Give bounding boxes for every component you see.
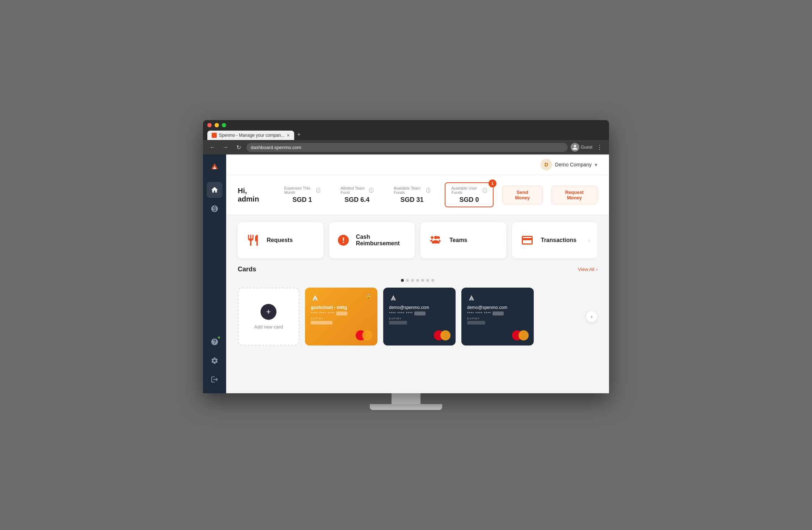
expenses-label: Expenses This Month i [284, 186, 321, 195]
browser-window: Spenmo - Manage your compan... × + ← → ↻… [203, 120, 609, 393]
carousel-dot-7[interactable] [431, 279, 434, 282]
sidebar-item-home[interactable] [207, 182, 223, 198]
quick-action-transactions[interactable]: Transactions › [512, 222, 598, 258]
view-all-link[interactable]: View All › [578, 267, 597, 272]
available-user-stat: 1 Available User Funds i SGD 0 [445, 182, 494, 207]
active-tab[interactable]: Spenmo - Manage your compan... × [207, 131, 294, 140]
cards-title: Cards [238, 266, 256, 273]
request-money-button[interactable]: Request Money [551, 186, 597, 204]
guest-avatar [571, 143, 579, 152]
card-mastercard-logo-1 [434, 330, 451, 340]
carousel-dot-1[interactable] [401, 279, 404, 282]
reimbursement-icon [337, 232, 350, 248]
card-expiry-label-1: EXPIRY [389, 317, 450, 320]
tab-favicon [212, 133, 217, 138]
tabs-bar: Spenmo - Manage your compan... × + [207, 130, 605, 140]
expenses-value: SGD 1 [292, 196, 312, 204]
available-team-info-icon[interactable]: i [426, 188, 431, 193]
card-name: gushcloud - mktg [311, 305, 372, 310]
add-card-label: Add new card [254, 324, 283, 330]
carousel-dot-2[interactable] [406, 279, 409, 282]
new-tab-btn[interactable]: + [294, 130, 304, 140]
sidebar-item-logout[interactable] [207, 372, 223, 387]
window-close-btn[interactable] [207, 123, 212, 127]
guest-profile-btn[interactable]: Guest [571, 143, 592, 152]
add-card-tile[interactable]: + Add new card [238, 288, 299, 345]
reimbursement-label: Cash Reimbursement [356, 234, 407, 247]
mc-orange-circle-1 [440, 330, 451, 340]
help-notification-dot [217, 336, 220, 339]
carousel-dot-6[interactable] [426, 279, 429, 282]
greeting-text: Hi, admin [238, 187, 264, 203]
app-header: D Demo Company ▾ [226, 154, 609, 175]
carousel-dot-3[interactable] [411, 279, 414, 282]
stats-section: Hi, admin Expenses This Month i SGD 1 Al… [226, 175, 609, 215]
credit-card-orange[interactable]: 🔒 gushcloud - mktg **** **** **** EXPIRY [305, 288, 377, 345]
qa-arrow-icon: › [588, 237, 590, 244]
sidebar-item-payments[interactable] [207, 201, 223, 217]
credit-card-dark-2[interactable]: demo@spenmo.com **** **** **** EXPIRY [461, 288, 534, 345]
card-expiry-label-2: EXPIRY [467, 317, 528, 320]
back-btn[interactable]: ← [207, 142, 217, 152]
chevron-down-icon: ▾ [595, 161, 597, 168]
browser-more-btn[interactable]: ⋮ [595, 142, 605, 152]
available-team-value: SGD 31 [401, 196, 424, 204]
send-money-button[interactable]: Send Money [502, 186, 543, 204]
carousel-dot-5[interactable] [421, 279, 424, 282]
requests-icon [245, 232, 261, 248]
card-lock-icon: 🔒 [365, 293, 372, 299]
card-expiry-value [311, 321, 333, 325]
quick-action-requests[interactable]: Requests [238, 222, 323, 258]
window-minimize-btn[interactable] [215, 123, 219, 127]
card-number-2: **** **** **** [467, 311, 528, 315]
add-card-plus-icon: + [261, 304, 276, 320]
monitor-stand [203, 393, 609, 410]
cards-next-button[interactable]: › [586, 311, 597, 322]
sidebar [203, 154, 226, 393]
user-stat-badge: 1 [489, 179, 496, 187]
carousel-dot-4[interactable] [416, 279, 419, 282]
stand-base [370, 404, 442, 410]
card-mastercard-logo-2 [512, 330, 529, 340]
card-spenmo-logo [311, 293, 372, 304]
carousel-dots [238, 279, 597, 282]
cards-header: Cards View All › [238, 266, 597, 273]
quick-action-teams[interactable]: Teams [420, 222, 506, 258]
card-email-2: demo@spenmo.com [467, 305, 528, 310]
forward-btn[interactable]: → [220, 142, 231, 152]
reload-btn[interactable]: ↻ [233, 142, 244, 152]
transactions-icon [519, 232, 535, 248]
cards-grid: + Add new card 🔒 [238, 288, 597, 345]
monitor-wrap: Spenmo - Manage your compan... × + ← → ↻… [203, 120, 609, 410]
sidebar-logo [208, 160, 221, 173]
sidebar-item-help[interactable] [207, 334, 223, 350]
company-selector[interactable]: D Demo Company ▾ [541, 159, 597, 170]
tab-close-btn[interactable]: × [287, 133, 289, 138]
available-user-info-icon[interactable]: i [483, 188, 487, 193]
card-number: **** **** **** [311, 311, 372, 315]
allotted-value: SGD 6.4 [344, 196, 369, 204]
view-all-arrow-icon: › [596, 267, 597, 272]
address-bar: ← → ↻ Guest ⋮ [203, 140, 609, 154]
quick-actions-grid: Requests Cash Reimbursement [226, 215, 609, 266]
main-content: D Demo Company ▾ Hi, admin Expenses This… [226, 154, 609, 393]
tab-title: Spenmo - Manage your compan... [219, 133, 284, 138]
browser-menu: Guest ⋮ [571, 142, 605, 152]
allotted-info-icon[interactable]: i [369, 188, 373, 193]
card-number-1: **** **** **** [389, 311, 450, 315]
teams-icon [428, 232, 444, 248]
expenses-info-icon[interactable]: i [316, 188, 321, 193]
sidebar-item-settings[interactable] [207, 353, 223, 369]
available-team-label: Available Team Funds i [394, 186, 430, 195]
window-controls [207, 123, 605, 127]
available-user-label: Available User Funds i [451, 186, 487, 195]
quick-action-reimbursement[interactable]: Cash Reimbursement [329, 222, 415, 258]
app-container: D Demo Company ▾ Hi, admin Expenses This… [203, 154, 609, 393]
card-expiry-label: EXPIRY [311, 317, 372, 320]
expenses-stat: Expenses This Month i SGD 1 [279, 183, 326, 207]
stand-neck [392, 393, 420, 404]
credit-card-dark-1[interactable]: demo@spenmo.com **** **** **** EXPIRY [383, 288, 456, 345]
window-maximize-btn[interactable] [222, 123, 226, 127]
url-input[interactable] [246, 143, 568, 152]
browser-chrome: Spenmo - Manage your compan... × + [203, 120, 609, 140]
